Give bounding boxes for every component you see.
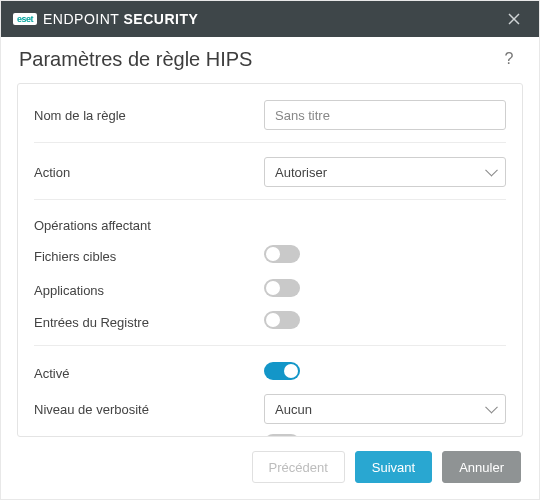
close-button[interactable] (499, 4, 529, 34)
rule-name-input[interactable] (264, 100, 506, 130)
row-verbosity: Niveau de verbosité Aucun (34, 390, 506, 428)
titlebar: eset ENDPOINT SECURITY (1, 1, 539, 37)
cancel-button[interactable]: Annuler (442, 451, 521, 483)
dialog-footer: Précédent Suivant Annuler (1, 437, 539, 499)
help-button[interactable]: ? (497, 47, 521, 71)
row-action: Action Autoriser (34, 153, 506, 200)
row-notify-user: Avertir l'utilisateur (34, 428, 506, 437)
dialog-header: Paramètres de règle HIPS ? (1, 37, 539, 83)
verbosity-select[interactable]: Aucun (264, 394, 506, 424)
action-select[interactable]: Autoriser (264, 157, 506, 187)
action-select-wrap: Autoriser (264, 157, 506, 187)
enabled-toggle[interactable] (264, 362, 300, 380)
target-files-label: Fichiers cibles (34, 249, 264, 264)
enabled-label: Activé (34, 366, 264, 381)
registry-toggle[interactable] (264, 311, 300, 329)
next-button[interactable]: Suivant (355, 451, 432, 483)
brand-name-bold: SECURITY (124, 11, 199, 27)
action-label: Action (34, 165, 264, 180)
rule-name-label: Nom de la règle (34, 108, 264, 123)
row-rule-name: Nom de la règle (34, 96, 506, 143)
form-panel: Nom de la règle Action Autoriser Opérati… (17, 83, 523, 437)
brand-text: ENDPOINT SECURITY (43, 11, 198, 27)
dialog-window: eset ENDPOINT SECURITY Paramètres de règ… (0, 0, 540, 500)
brand-name-thin: ENDPOINT (43, 11, 123, 27)
row-target-files: Fichiers cibles (34, 239, 506, 273)
registry-label: Entrées du Registre (34, 315, 264, 330)
close-icon (508, 13, 520, 25)
applications-label: Applications (34, 283, 264, 298)
brand-badge: eset (13, 13, 37, 25)
applications-toggle[interactable] (264, 279, 300, 297)
row-enabled: Activé (34, 356, 506, 390)
verbosity-select-wrap: Aucun (264, 394, 506, 424)
page-title: Paramètres de règle HIPS (19, 48, 497, 71)
operations-section-label: Opérations affectant (34, 210, 506, 239)
row-applications: Applications (34, 273, 506, 307)
row-registry: Entrées du Registre (34, 307, 506, 346)
target-files-toggle[interactable] (264, 245, 300, 263)
back-button: Précédent (252, 451, 345, 483)
verbosity-label: Niveau de verbosité (34, 402, 264, 417)
